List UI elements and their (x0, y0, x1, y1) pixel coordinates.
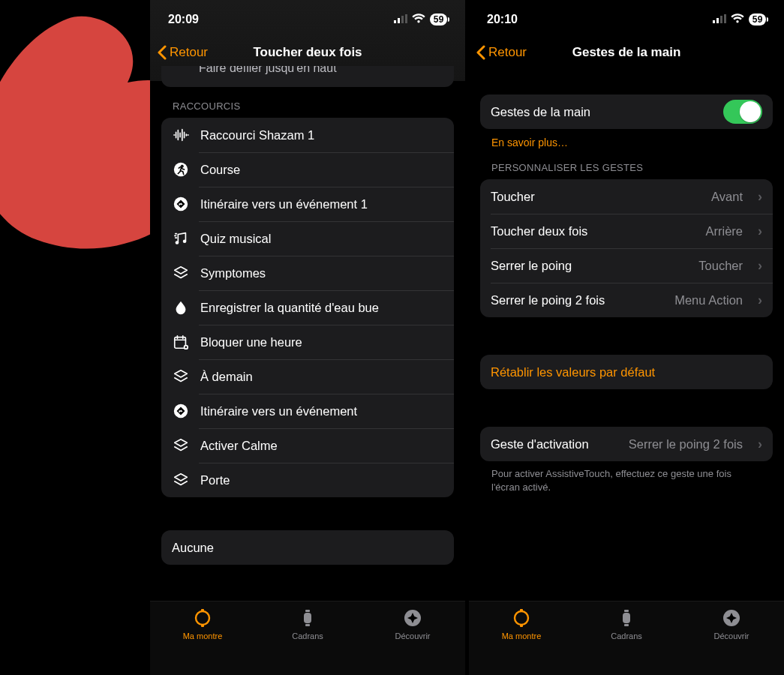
svg-rect-14 (304, 613, 311, 623)
reset-card: Rétablir les valeurs par défaut (480, 355, 773, 389)
tab-faces[interactable]: Cadrans (581, 608, 671, 675)
tab-discover[interactable]: Découvrir (368, 608, 458, 675)
reset-defaults-row[interactable]: Rétablir les valeurs par défaut (480, 355, 773, 389)
gesture-label: Serrer le poing (491, 259, 688, 273)
watch-tab-icon (511, 608, 532, 628)
svg-point-11 (196, 611, 209, 625)
toggle-switch[interactable] (723, 100, 762, 124)
svg-point-22 (515, 611, 528, 625)
activation-label: Geste d'activation (491, 437, 618, 452)
shortcut-row[interactable]: Itinéraire vers un événement (161, 394, 454, 428)
shortcut-label: Quiz musical (200, 232, 443, 246)
nav-bar: Retour Gestes de la main (469, 36, 784, 69)
svg-point-6 (176, 241, 179, 244)
svg-rect-15 (305, 610, 310, 612)
phone-screen-right: 20:10 59 Retour Gestes de la main Gestes… (469, 0, 784, 675)
gesture-row[interactable]: Serrer le poing 2 foisMenu Action› (480, 283, 773, 317)
watch-tab-icon (192, 608, 213, 628)
wifi-icon (412, 13, 425, 26)
svg-rect-25 (623, 613, 630, 623)
svg-rect-13 (201, 625, 204, 627)
gesture-label: Toucher (491, 190, 701, 204)
battery-indicator: 59 (749, 14, 766, 26)
gesture-value: Arrière (705, 224, 743, 238)
svg-point-7 (183, 239, 187, 243)
shortcut-row[interactable]: Quiz musical (161, 221, 454, 256)
svg-rect-3 (405, 14, 407, 23)
layers-icon (172, 471, 190, 489)
toggle-label: Gestes de la main (491, 105, 713, 119)
svg-rect-27 (624, 624, 629, 626)
chevron-right-icon: › (758, 292, 762, 308)
nav-bar: Retour Toucher deux fois (150, 36, 465, 69)
shortcut-row[interactable]: Enregistrer la quantité d'eau bue (161, 290, 454, 325)
section-header-shortcuts: RACCOURCIS (173, 100, 443, 112)
tab-label: Ma montre (183, 632, 223, 640)
back-label: Retour (170, 45, 208, 60)
back-label: Retour (488, 45, 527, 60)
back-button[interactable]: Retour (476, 45, 527, 60)
back-button[interactable]: Retour (158, 45, 208, 60)
shortcut-row[interactable]: Course (161, 152, 454, 187)
tab-label: Ma montre (502, 632, 542, 640)
section-header-gestures: PERSONNALISER LES GESTES (491, 162, 761, 173)
tab-label: Cadrans (611, 632, 642, 640)
gesture-value: Toucher (698, 259, 743, 273)
none-option-row[interactable]: Aucune (161, 530, 454, 565)
cellular-icon (394, 13, 407, 26)
layers-icon (172, 368, 190, 386)
svg-rect-12 (201, 609, 204, 611)
shortcut-row[interactable]: Activer Calme (161, 428, 454, 463)
status-time: 20:10 (487, 13, 518, 26)
route-icon (172, 195, 190, 213)
route-icon (172, 402, 190, 420)
tab-faces[interactable]: Cadrans (263, 608, 353, 675)
wifi-icon (731, 13, 744, 26)
tab-watch[interactable]: Ma montre (476, 608, 566, 675)
gesture-label: Toucher deux fois (491, 224, 695, 238)
faces-tab-icon (297, 608, 318, 628)
shortcut-row[interactable]: Bloquer une heure (161, 325, 454, 359)
previous-row-peek[interactable]: Faire défiler jusqu'en haut (161, 66, 454, 87)
shortcut-row[interactable]: Symptomes (161, 256, 454, 290)
tab-bar: Ma montreCadransDécouvrir (150, 601, 465, 675)
chevron-right-icon: › (758, 436, 762, 452)
activation-value: Serrer le poing 2 fois (629, 437, 743, 452)
shortcut-row[interactable]: Porte (161, 463, 454, 497)
gesture-row[interactable]: Toucher deux foisArrière› (480, 214, 773, 248)
status-time: 20:09 (168, 13, 199, 26)
activation-gesture-row[interactable]: Geste d'activation Serrer le poing 2 foi… (480, 427, 773, 461)
activation-footer: Pour activer AssistiveTouch, effectuez c… (491, 467, 761, 494)
svg-rect-2 (401, 16, 404, 23)
shortcut-label: Bloquer une heure (200, 335, 443, 350)
shortcut-label: À demain (200, 370, 443, 384)
battery-indicator: 59 (430, 14, 447, 26)
calendar-icon (172, 333, 190, 351)
tab-discover[interactable]: Découvrir (686, 608, 776, 675)
svg-rect-16 (305, 624, 310, 626)
shortcut-row[interactable]: Itinéraire vers un événement 1 (161, 187, 454, 221)
learn-more-link[interactable]: En savoir plus… (491, 136, 761, 148)
svg-rect-23 (520, 609, 523, 611)
faces-tab-icon (616, 608, 637, 628)
svg-rect-26 (624, 610, 629, 612)
svg-rect-0 (394, 20, 396, 23)
svg-rect-18 (713, 20, 715, 23)
shortcut-label: Symptomes (200, 266, 443, 280)
shortcut-label: Raccourci Shazam 1 (200, 128, 443, 142)
hand-gestures-toggle-row[interactable]: Gestes de la main (480, 94, 773, 129)
tab-label: Cadrans (292, 632, 323, 640)
svg-rect-24 (520, 625, 523, 627)
layers-icon (172, 436, 190, 454)
gesture-row[interactable]: ToucherAvant› (480, 179, 773, 214)
svg-rect-21 (724, 14, 726, 23)
tab-watch[interactable]: Ma montre (158, 608, 248, 675)
discover-tab-icon (402, 608, 423, 628)
cellular-icon (713, 13, 726, 26)
shortcut-row[interactable]: Raccourci Shazam 1 (161, 118, 454, 152)
svg-rect-1 (398, 18, 400, 23)
toggle-card: Gestes de la main (480, 94, 773, 129)
shortcut-row[interactable]: À demain (161, 359, 454, 394)
gesture-row[interactable]: Serrer le poingToucher› (480, 248, 773, 283)
shortcut-label: Porte (200, 473, 443, 488)
